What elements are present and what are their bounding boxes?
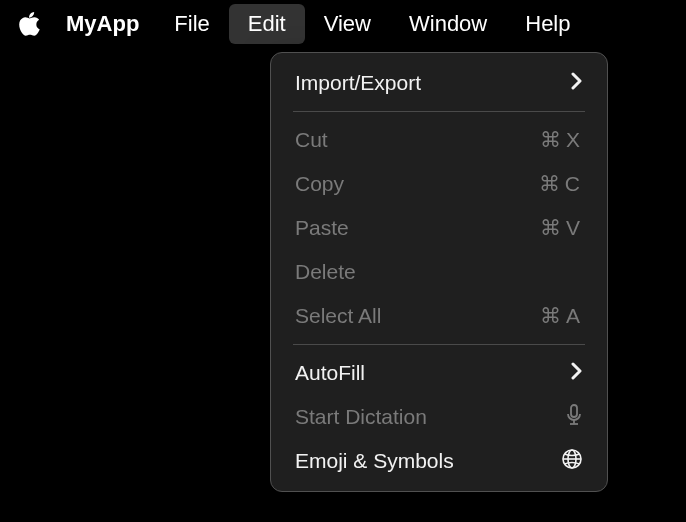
shortcut-key: V	[566, 216, 583, 240]
menu-item-start-dictation[interactable]: Start Dictation	[271, 395, 607, 439]
menu-item-label: Select All	[295, 304, 381, 328]
menu-item-label: Start Dictation	[295, 405, 427, 429]
menu-item-copy[interactable]: Copy ⌘ C	[271, 162, 607, 206]
shortcut-modifier: ⌘	[540, 304, 564, 328]
menu-item-paste[interactable]: Paste ⌘ V	[271, 206, 607, 250]
menu-item-label: Paste	[295, 216, 349, 240]
menu-shortcut: ⌘ X	[540, 128, 583, 152]
shortcut-key: C	[565, 172, 583, 196]
menubar: MyApp File Edit View Window Help	[0, 0, 686, 48]
shortcut-key: A	[566, 304, 583, 328]
menu-item-import-export[interactable]: Import/Export	[271, 61, 607, 105]
menu-item-label: Copy	[295, 172, 344, 196]
menubar-item-view[interactable]: View	[305, 4, 390, 44]
edit-dropdown-menu: Import/Export Cut ⌘ X Copy ⌘ C Paste ⌘ V…	[270, 52, 608, 492]
menu-item-label: Import/Export	[295, 71, 421, 95]
apple-menu-icon[interactable]	[10, 0, 50, 48]
shortcut-key: X	[566, 128, 583, 152]
menu-shortcut: ⌘ V	[540, 216, 583, 240]
microphone-icon	[565, 404, 583, 431]
menu-item-delete[interactable]: Delete	[271, 250, 607, 294]
menu-shortcut: ⌘ A	[540, 304, 583, 328]
menu-item-label: Emoji & Symbols	[295, 449, 454, 473]
menubar-item-file[interactable]: File	[155, 4, 228, 44]
menu-separator	[293, 111, 585, 112]
menu-item-cut[interactable]: Cut ⌘ X	[271, 118, 607, 162]
menubar-item-help[interactable]: Help	[506, 4, 589, 44]
menubar-app-name[interactable]: MyApp	[50, 4, 155, 44]
menu-shortcut: ⌘ C	[539, 172, 583, 196]
shortcut-modifier: ⌘	[540, 216, 564, 240]
chevron-right-icon	[571, 71, 583, 95]
menu-item-label: Delete	[295, 260, 356, 284]
shortcut-modifier: ⌘	[540, 128, 564, 152]
menubar-item-edit[interactable]: Edit	[229, 4, 305, 44]
globe-icon	[561, 448, 583, 475]
menu-item-autofill[interactable]: AutoFill	[271, 351, 607, 395]
menubar-item-window[interactable]: Window	[390, 4, 506, 44]
svg-rect-0	[571, 405, 577, 417]
menu-item-label: AutoFill	[295, 361, 365, 385]
menu-item-label: Cut	[295, 128, 328, 152]
chevron-right-icon	[571, 361, 583, 385]
shortcut-modifier: ⌘	[539, 172, 563, 196]
menu-separator	[293, 344, 585, 345]
menu-item-select-all[interactable]: Select All ⌘ A	[271, 294, 607, 338]
menu-item-emoji-symbols[interactable]: Emoji & Symbols	[271, 439, 607, 483]
